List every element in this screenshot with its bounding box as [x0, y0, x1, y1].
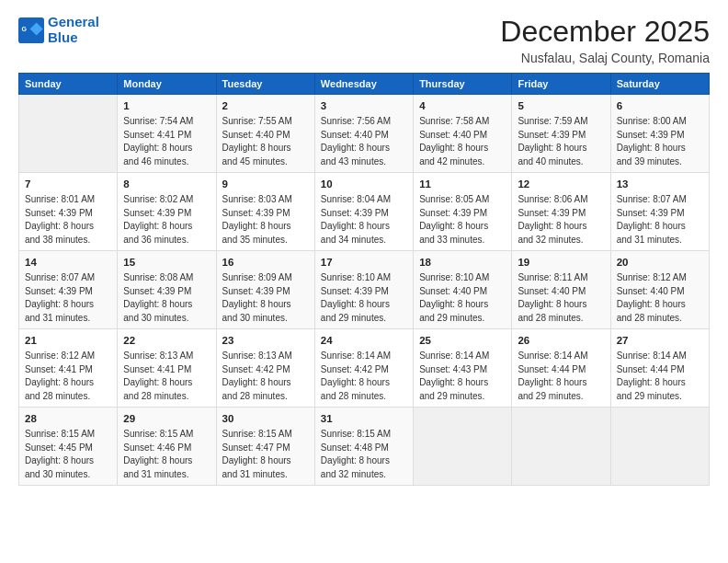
calendar-day-cell	[512, 408, 610, 486]
calendar-day-cell: 25Sunrise: 8:14 AM Sunset: 4:43 PM Dayli…	[414, 329, 512, 408]
day-number: 18	[419, 255, 506, 270]
day-number: 30	[222, 411, 309, 426]
location-title: Nusfalau, Salaj County, Romania	[500, 51, 710, 65]
day-number: 25	[419, 333, 506, 348]
weekday-header-cell: Saturday	[610, 74, 709, 95]
day-info: Sunrise: 8:14 AM Sunset: 4:44 PM Dayligh…	[617, 350, 703, 403]
calendar-day-cell: 8Sunrise: 8:02 AM Sunset: 4:39 PM Daylig…	[118, 173, 216, 251]
day-number: 2	[222, 98, 309, 113]
day-info: Sunrise: 8:10 AM Sunset: 4:39 PM Dayligh…	[321, 271, 407, 325]
weekday-header-row: SundayMondayTuesdayWednesdayThursdayFrid…	[19, 74, 710, 95]
calendar-day-cell: 28Sunrise: 8:15 AM Sunset: 4:45 PM Dayli…	[19, 408, 118, 486]
day-number: 4	[419, 98, 506, 113]
day-number: 28	[25, 411, 111, 426]
calendar-day-cell: 21Sunrise: 8:12 AM Sunset: 4:41 PM Dayli…	[19, 329, 118, 408]
day-number: 17	[321, 255, 407, 270]
day-info: Sunrise: 8:01 AM Sunset: 4:39 PM Dayligh…	[25, 193, 111, 247]
day-info: Sunrise: 8:02 AM Sunset: 4:39 PM Dayligh…	[123, 193, 210, 247]
calendar-day-cell	[414, 408, 512, 486]
calendar-week-row: 1Sunrise: 7:54 AM Sunset: 4:41 PM Daylig…	[19, 95, 710, 173]
day-number: 22	[123, 333, 210, 348]
weekday-header-cell: Thursday	[414, 74, 512, 95]
day-number: 31	[321, 411, 407, 426]
calendar-day-cell	[610, 408, 709, 486]
day-info: Sunrise: 8:13 AM Sunset: 4:41 PM Dayligh…	[123, 350, 210, 403]
header: G General Blue December 2025 Nusfalau, S…	[18, 15, 710, 65]
calendar-day-cell: 16Sunrise: 8:09 AM Sunset: 4:39 PM Dayli…	[216, 251, 314, 329]
day-number: 5	[518, 98, 604, 113]
day-info: Sunrise: 8:07 AM Sunset: 4:39 PM Dayligh…	[25, 271, 111, 325]
day-number: 15	[123, 255, 210, 270]
day-info: Sunrise: 8:08 AM Sunset: 4:39 PM Dayligh…	[123, 271, 210, 325]
calendar-week-row: 28Sunrise: 8:15 AM Sunset: 4:45 PM Dayli…	[19, 408, 710, 486]
day-number: 11	[419, 177, 506, 191]
month-title: December 2025	[500, 15, 710, 49]
day-number: 12	[518, 177, 604, 191]
day-number: 3	[321, 98, 407, 113]
logo-line1: General	[48, 14, 99, 29]
day-info: Sunrise: 8:15 AM Sunset: 4:48 PM Dayligh…	[321, 428, 407, 481]
calendar-day-cell: 10Sunrise: 8:04 AM Sunset: 4:39 PM Dayli…	[314, 173, 413, 251]
day-info: Sunrise: 8:06 AM Sunset: 4:39 PM Dayligh…	[518, 193, 604, 247]
calendar-day-cell: 3Sunrise: 7:56 AM Sunset: 4:40 PM Daylig…	[314, 95, 413, 173]
day-number: 27	[617, 333, 703, 348]
logo: G General Blue	[18, 15, 99, 45]
day-info: Sunrise: 7:54 AM Sunset: 4:41 PM Dayligh…	[123, 115, 210, 168]
day-number: 6	[617, 98, 703, 113]
calendar-day-cell: 9Sunrise: 8:03 AM Sunset: 4:39 PM Daylig…	[216, 173, 314, 251]
calendar-day-cell: 23Sunrise: 8:13 AM Sunset: 4:42 PM Dayli…	[216, 329, 314, 408]
day-number: 26	[518, 333, 604, 348]
day-number: 9	[222, 177, 309, 191]
calendar-week-row: 14Sunrise: 8:07 AM Sunset: 4:39 PM Dayli…	[19, 251, 710, 329]
calendar-day-cell: 1Sunrise: 7:54 AM Sunset: 4:41 PM Daylig…	[118, 95, 216, 173]
calendar-day-cell: 11Sunrise: 8:05 AM Sunset: 4:39 PM Dayli…	[414, 173, 512, 251]
day-info: Sunrise: 8:14 AM Sunset: 4:42 PM Dayligh…	[321, 350, 407, 403]
calendar-day-cell: 24Sunrise: 8:14 AM Sunset: 4:42 PM Dayli…	[314, 329, 413, 408]
weekday-header-cell: Friday	[512, 74, 610, 95]
calendar-day-cell: 31Sunrise: 8:15 AM Sunset: 4:48 PM Dayli…	[314, 408, 413, 486]
calendar-day-cell: 30Sunrise: 8:15 AM Sunset: 4:47 PM Dayli…	[216, 408, 314, 486]
day-info: Sunrise: 8:05 AM Sunset: 4:39 PM Dayligh…	[419, 193, 506, 247]
day-info: Sunrise: 8:10 AM Sunset: 4:40 PM Dayligh…	[419, 271, 506, 325]
day-info: Sunrise: 7:56 AM Sunset: 4:40 PM Dayligh…	[321, 115, 407, 168]
calendar-day-cell: 17Sunrise: 8:10 AM Sunset: 4:39 PM Dayli…	[314, 251, 413, 329]
day-number: 1	[123, 98, 210, 113]
day-info: Sunrise: 8:00 AM Sunset: 4:39 PM Dayligh…	[617, 115, 703, 168]
day-info: Sunrise: 8:04 AM Sunset: 4:39 PM Dayligh…	[321, 193, 407, 247]
weekday-header-cell: Sunday	[19, 74, 118, 95]
day-info: Sunrise: 7:59 AM Sunset: 4:39 PM Dayligh…	[518, 115, 604, 168]
calendar-day-cell: 13Sunrise: 8:07 AM Sunset: 4:39 PM Dayli…	[610, 173, 709, 251]
day-info: Sunrise: 8:15 AM Sunset: 4:45 PM Dayligh…	[25, 428, 111, 481]
day-number: 23	[222, 333, 309, 348]
day-info: Sunrise: 8:09 AM Sunset: 4:39 PM Dayligh…	[222, 271, 309, 325]
calendar-day-cell: 19Sunrise: 8:11 AM Sunset: 4:40 PM Dayli…	[512, 251, 610, 329]
weekday-header-cell: Tuesday	[216, 74, 314, 95]
title-area: December 2025 Nusfalau, Salaj County, Ro…	[500, 15, 710, 65]
calendar-week-row: 7Sunrise: 8:01 AM Sunset: 4:39 PM Daylig…	[19, 173, 710, 251]
day-number: 13	[617, 177, 703, 191]
calendar-body: 1Sunrise: 7:54 AM Sunset: 4:41 PM Daylig…	[19, 95, 710, 486]
calendar-day-cell: 14Sunrise: 8:07 AM Sunset: 4:39 PM Dayli…	[19, 251, 118, 329]
day-number: 29	[123, 411, 210, 426]
day-number: 20	[617, 255, 703, 270]
logo-line2: Blue	[48, 29, 78, 45]
day-number: 14	[25, 255, 111, 270]
day-info: Sunrise: 8:12 AM Sunset: 4:41 PM Dayligh…	[25, 350, 111, 403]
calendar-day-cell: 2Sunrise: 7:55 AM Sunset: 4:40 PM Daylig…	[216, 95, 314, 173]
day-number: 24	[321, 333, 407, 348]
day-number: 16	[222, 255, 309, 270]
calendar-table: SundayMondayTuesdayWednesdayThursdayFrid…	[18, 73, 710, 486]
calendar-page: G General Blue December 2025 Nusfalau, S…	[0, 0, 728, 563]
calendar-day-cell: 20Sunrise: 8:12 AM Sunset: 4:40 PM Dayli…	[610, 251, 709, 329]
calendar-day-cell: 26Sunrise: 8:14 AM Sunset: 4:44 PM Dayli…	[512, 329, 610, 408]
day-info: Sunrise: 8:13 AM Sunset: 4:42 PM Dayligh…	[222, 350, 309, 403]
calendar-week-row: 21Sunrise: 8:12 AM Sunset: 4:41 PM Dayli…	[19, 329, 710, 408]
day-info: Sunrise: 8:14 AM Sunset: 4:43 PM Dayligh…	[419, 350, 506, 403]
day-number: 7	[25, 177, 111, 191]
calendar-day-cell: 12Sunrise: 8:06 AM Sunset: 4:39 PM Dayli…	[512, 173, 610, 251]
calendar-day-cell: 27Sunrise: 8:14 AM Sunset: 4:44 PM Dayli…	[610, 329, 709, 408]
logo-icon: G	[18, 17, 44, 43]
day-info: Sunrise: 8:15 AM Sunset: 4:46 PM Dayligh…	[123, 428, 210, 481]
calendar-day-cell: 4Sunrise: 7:58 AM Sunset: 4:40 PM Daylig…	[414, 95, 512, 173]
day-info: Sunrise: 7:55 AM Sunset: 4:40 PM Dayligh…	[222, 115, 309, 168]
